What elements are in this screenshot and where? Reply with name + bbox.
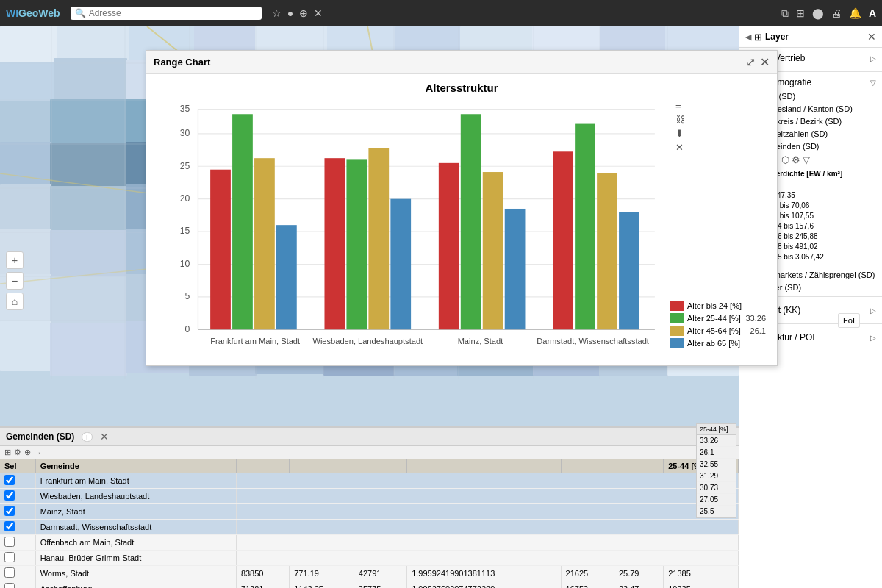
zoom-in-btn[interactable]: + bbox=[6, 251, 24, 269]
bottom-tab-header: Gemeinden (SD) i ✕ bbox=[0, 428, 739, 446]
svg-text:Darmstadt, Wissenschaftsstadt: Darmstadt, Wissenschaftsstadt bbox=[537, 337, 649, 345]
svg-text:Mainz, Stadt: Mainz, Stadt bbox=[458, 337, 503, 345]
side-value-7: 25.5 bbox=[697, 506, 736, 517]
toolbar-arrow-icon[interactable]: → bbox=[34, 448, 42, 457]
bar-ffm-1 bbox=[232, 114, 253, 329]
settings-icon[interactable]: ⚙ bbox=[792, 154, 800, 165]
print-icon[interactable]: 🖨 bbox=[831, 7, 842, 19]
panel-close-btn[interactable]: ✕ bbox=[867, 31, 876, 43]
svg-text:20: 20 bbox=[180, 193, 190, 204]
cell-sel[interactable] bbox=[0, 504, 35, 520]
cell-v2: 771.19 bbox=[290, 566, 354, 581]
legend-entry-2: Alter 45-64 [%] 26.1 bbox=[670, 326, 766, 336]
legend-swatch-0 bbox=[670, 301, 684, 311]
chart-x-icon[interactable]: ✕ bbox=[675, 142, 685, 153]
row-checkbox[interactable] bbox=[4, 475, 15, 485]
zoom-out-btn[interactable]: − bbox=[6, 272, 24, 290]
legend-value-1: 33.26 bbox=[745, 314, 766, 323]
circle-icon[interactable]: ⬤ bbox=[812, 7, 824, 19]
cell-sel[interactable] bbox=[0, 535, 35, 551]
svg-text:15: 15 bbox=[180, 226, 190, 236]
svg-text:0: 0 bbox=[185, 324, 190, 334]
grid-icon[interactable]: ⊞ bbox=[796, 7, 805, 19]
home-btn[interactable]: ⌂ bbox=[6, 293, 24, 310]
cell-v6: 25.79 bbox=[614, 566, 663, 581]
bullet-icon[interactable]: ● bbox=[287, 7, 293, 19]
svg-rect-69 bbox=[50, 276, 127, 327]
row-checkbox[interactable] bbox=[4, 521, 15, 531]
toolbar-filter-icon[interactable]: ⊞ bbox=[4, 448, 11, 457]
cell-v1: 71381 bbox=[236, 581, 289, 589]
cell-sel[interactable] bbox=[0, 566, 35, 581]
cell-sel[interactable] bbox=[0, 581, 35, 589]
chevron-down-icon: ▽ bbox=[870, 79, 876, 87]
bar-wi-1 bbox=[346, 159, 367, 329]
table-row: Offenbach am Main, Stadt bbox=[0, 535, 739, 551]
user-icon[interactable]: A bbox=[869, 7, 876, 19]
cell-sel[interactable] bbox=[0, 473, 35, 489]
copy-icon[interactable]: ⧉ bbox=[781, 7, 789, 20]
cell-gemeinde: Aschaffenburg bbox=[35, 581, 236, 589]
row-checkbox[interactable] bbox=[4, 583, 15, 588]
cell-sel[interactable] bbox=[0, 489, 35, 504]
cell-gemeinde: Frankfurt am Main, Stadt bbox=[35, 473, 236, 489]
row-checkbox[interactable] bbox=[4, 567, 15, 578]
chart-download-icon[interactable]: ⬇ bbox=[675, 128, 685, 139]
cell-data bbox=[236, 489, 738, 504]
chart-header-buttons: ⤢ ✕ bbox=[746, 55, 770, 69]
cell-sel[interactable] bbox=[0, 551, 35, 566]
zoom-icon[interactable]: ⊕ bbox=[299, 7, 308, 19]
chevron-right-infra-icon: ▷ bbox=[870, 334, 876, 342]
chart-expand-btn[interactable]: ⤢ bbox=[746, 55, 756, 69]
svg-text:30: 30 bbox=[180, 128, 190, 138]
toolbar-settings-icon[interactable]: ⚙ bbox=[14, 448, 21, 457]
row-checkbox[interactable] bbox=[4, 537, 15, 547]
bottom-tab-title: Gemeinden (SD) bbox=[6, 431, 74, 442]
bookmark-icon[interactable]: ☆ bbox=[272, 7, 282, 19]
svg-text:35: 35 bbox=[180, 104, 190, 114]
legend-swatch-3 bbox=[670, 338, 684, 348]
filter-icon[interactable]: ▽ bbox=[803, 154, 810, 165]
chart-menu-icon[interactable]: ≡ bbox=[675, 100, 685, 111]
search-input[interactable] bbox=[89, 8, 236, 18]
chart-body: Altersstruktur ≡ ⛓ ⬇ ✕ bbox=[146, 74, 777, 370]
map-controls: + − ⌂ bbox=[6, 251, 24, 310]
bar-ffm-2 bbox=[254, 158, 275, 329]
gemeinden-info-badge[interactable]: i bbox=[82, 432, 92, 442]
chart-plot: ≡ ⛓ ⬇ ✕ 0 5 10 1 bbox=[157, 100, 663, 363]
panel-title: Layer bbox=[765, 32, 864, 42]
svg-text:25: 25 bbox=[180, 161, 190, 171]
cell-gemeinde: Hanau, Brüder-Grimm-Stadt bbox=[35, 551, 236, 566]
bottom-panel: Gemeinden (SD) i ✕ ⊞ ⚙ ⊕ → Sel Gemeinde bbox=[0, 426, 739, 588]
row-checkbox[interactable] bbox=[4, 552, 15, 562]
cell-v5: 21625 bbox=[561, 566, 614, 581]
side-values-panel: 25-44 [%] 33.26 26.1 32.55 31.29 30.73 2… bbox=[696, 423, 736, 518]
chart-header: Range Chart ⤢ ✕ bbox=[146, 51, 777, 74]
toolbar-zoom-icon[interactable]: ⊕ bbox=[24, 448, 31, 457]
export-icon[interactable]: ⬡ bbox=[781, 154, 789, 165]
chart-close-btn[interactable]: ✕ bbox=[760, 55, 770, 69]
legend-value-2: 26.1 bbox=[750, 326, 766, 335]
svg-text:Frankfurt am Main, Stadt: Frankfurt am Main, Stadt bbox=[210, 337, 300, 345]
cell-gemeinde: Mainz, Stadt bbox=[35, 504, 236, 520]
bar-mz-1 bbox=[461, 114, 481, 329]
svg-rect-24 bbox=[0, 101, 51, 143]
table-area[interactable]: Sel Gemeinde 25-44 [%] Frankfurt bbox=[0, 459, 739, 588]
row-checkbox[interactable] bbox=[4, 490, 15, 501]
cell-sel[interactable] bbox=[0, 520, 35, 535]
layers-icon: ⊞ bbox=[754, 32, 762, 43]
side-value-3: 32.55 bbox=[697, 459, 736, 470]
side-value-5: 30.73 bbox=[697, 482, 736, 494]
chart-link-icon[interactable]: ⛓ bbox=[675, 114, 685, 125]
panel-collapse-btn[interactable]: ◀ bbox=[745, 32, 751, 42]
table-row: Frankfurt am Main, Stadt bbox=[0, 473, 739, 489]
svg-rect-13 bbox=[0, 62, 55, 102]
svg-text:5: 5 bbox=[185, 291, 190, 301]
cell-v7: 19335 bbox=[664, 581, 739, 589]
bar-da-3 bbox=[619, 212, 639, 329]
row-checkbox[interactable] bbox=[4, 506, 15, 516]
close-small-icon[interactable]: ✕ bbox=[314, 7, 323, 19]
bell-icon[interactable]: 🔔 bbox=[849, 7, 861, 19]
bar-da-1 bbox=[575, 124, 595, 330]
gemeinden-close-btn[interactable]: ✕ bbox=[100, 431, 109, 442]
